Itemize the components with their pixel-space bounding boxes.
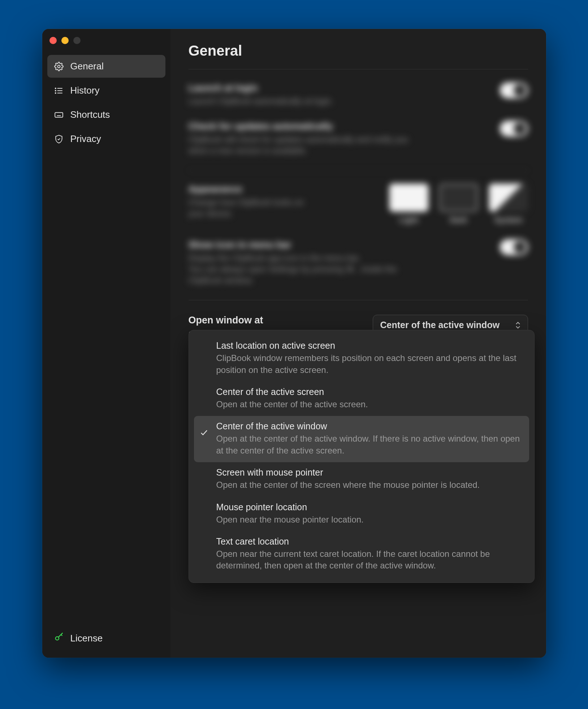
dropdown-option-caret-location[interactable]: Text caret location Open near the curren… xyxy=(194,531,529,577)
maximize-window-button[interactable] xyxy=(73,37,81,44)
setting-title: Open window at xyxy=(189,315,358,326)
theme-swatch-icon xyxy=(439,184,478,212)
option-description: Open near the current text caret locatio… xyxy=(216,548,523,572)
toggle-switch[interactable] xyxy=(500,239,528,255)
check-icon xyxy=(200,502,210,525)
select-value: Center of the active window xyxy=(380,320,500,330)
theme-swatch-icon xyxy=(389,184,428,212)
check-icon xyxy=(200,536,210,572)
setting-description: You can always open Settings by pressing… xyxy=(189,264,485,275)
appearance-light[interactable]: Light xyxy=(389,184,428,225)
keyboard-icon xyxy=(54,110,64,120)
setting-description: ClipBook window. xyxy=(189,275,485,286)
theme-swatch-icon xyxy=(489,184,528,212)
sidebar-item-shortcuts[interactable]: Shortcuts xyxy=(47,103,165,126)
setting-description: Change how ClipBook looks on xyxy=(189,197,379,208)
setting-description: Launch ClipBook automatically at login. xyxy=(189,96,485,107)
option-title: Center of the active screen xyxy=(216,387,523,397)
window-controls xyxy=(47,34,165,55)
setting-launch-at-login: Launch at login Launch ClipBook automati… xyxy=(189,82,528,107)
check-icon xyxy=(200,387,210,410)
setting-open-window-at: Open window at Select where the ClipBook… xyxy=(189,300,528,352)
option-description: ClipBook window remembers its position o… xyxy=(216,352,523,376)
dropdown-option-center-window[interactable]: Center of the active window Open at the … xyxy=(194,416,529,462)
setting-title: Check for updates automatically xyxy=(189,121,485,132)
shield-icon xyxy=(54,134,64,144)
sidebar-item-license[interactable]: License xyxy=(47,626,165,650)
open-window-dropdown: Last location on active screen ClipBook … xyxy=(189,330,535,583)
dropdown-option-mouse-screen[interactable]: Screen with mouse pointer Open at the ce… xyxy=(194,462,529,497)
appearance-system[interactable]: System xyxy=(489,184,528,225)
sidebar: General History Shortcuts Privacy xyxy=(42,29,170,658)
check-icon xyxy=(200,421,210,456)
page-title: General xyxy=(189,43,528,69)
option-description: Open near the mouse pointer location. xyxy=(216,514,523,525)
check-icon xyxy=(200,467,210,491)
sidebar-item-history[interactable]: History xyxy=(47,79,165,102)
setting-title: Appearance xyxy=(189,184,379,195)
sidebar-item-general[interactable]: General xyxy=(47,55,165,78)
gear-icon xyxy=(54,61,64,72)
svg-rect-7 xyxy=(55,112,63,117)
setting-description: your device. xyxy=(189,208,379,219)
sidebar-nav: General History Shortcuts Privacy xyxy=(47,55,165,150)
sidebar-item-label: License xyxy=(70,633,103,644)
option-title: Text caret location xyxy=(216,536,523,547)
setting-title: Show icon in menu bar xyxy=(189,239,485,250)
key-icon xyxy=(54,632,64,645)
chevron-up-down-icon xyxy=(515,322,520,329)
dropdown-option-center-screen[interactable]: Center of the active screen Open at the … xyxy=(194,382,529,416)
appearance-label: Light xyxy=(399,215,419,225)
option-title: Last location on active screen xyxy=(216,340,523,351)
setting-description: Display the ClipBook app icon in the men… xyxy=(189,253,485,264)
main-content: General Launch at login Launch ClipBook … xyxy=(170,29,546,658)
setting-menubar-icon: Show icon in menu bar Display the ClipBo… xyxy=(189,239,528,286)
setting-check-updates: Check for updates automatically ClipBook… xyxy=(189,121,528,156)
setting-description: when a new version is available. xyxy=(189,145,485,156)
close-window-button[interactable] xyxy=(49,37,57,44)
setting-appearance: Appearance Change how ClipBook looks on … xyxy=(189,170,528,225)
sidebar-item-label: History xyxy=(70,85,100,96)
sidebar-item-label: Privacy xyxy=(70,133,101,145)
option-description: Open at the center of the active window.… xyxy=(216,433,523,456)
check-icon xyxy=(200,340,210,376)
setting-title: Launch at login xyxy=(189,82,485,94)
minimize-window-button[interactable] xyxy=(61,37,69,44)
option-title: Center of the active window xyxy=(216,421,523,431)
settings-window: General History Shortcuts Privacy xyxy=(42,29,546,658)
svg-point-4 xyxy=(55,88,56,89)
toggle-switch[interactable] xyxy=(500,121,528,137)
sidebar-item-label: Shortcuts xyxy=(70,109,110,120)
svg-point-0 xyxy=(57,65,60,68)
option-title: Screen with mouse pointer xyxy=(216,467,523,478)
appearance-dark[interactable]: Dark xyxy=(439,184,478,225)
sidebar-item-label: General xyxy=(70,61,104,72)
dropdown-option-last-location[interactable]: Last location on active screen ClipBook … xyxy=(194,335,529,382)
appearance-label: System xyxy=(494,215,522,225)
setting-description: ClipBook will check for updates automati… xyxy=(189,134,485,145)
option-description: Open at the center of the screen where t… xyxy=(216,479,523,491)
dropdown-option-mouse-location[interactable]: Mouse pointer location Open near the mou… xyxy=(194,497,529,531)
toggle-switch[interactable] xyxy=(500,82,528,98)
list-icon xyxy=(54,86,64,96)
svg-point-5 xyxy=(55,90,56,91)
option-description: Open at the center of the active screen. xyxy=(216,399,523,410)
sidebar-item-privacy[interactable]: Privacy xyxy=(47,128,165,150)
svg-point-6 xyxy=(55,93,56,93)
appearance-options: Light Dark System xyxy=(389,184,528,225)
option-title: Mouse pointer location xyxy=(216,502,523,512)
appearance-label: Dark xyxy=(450,215,467,225)
